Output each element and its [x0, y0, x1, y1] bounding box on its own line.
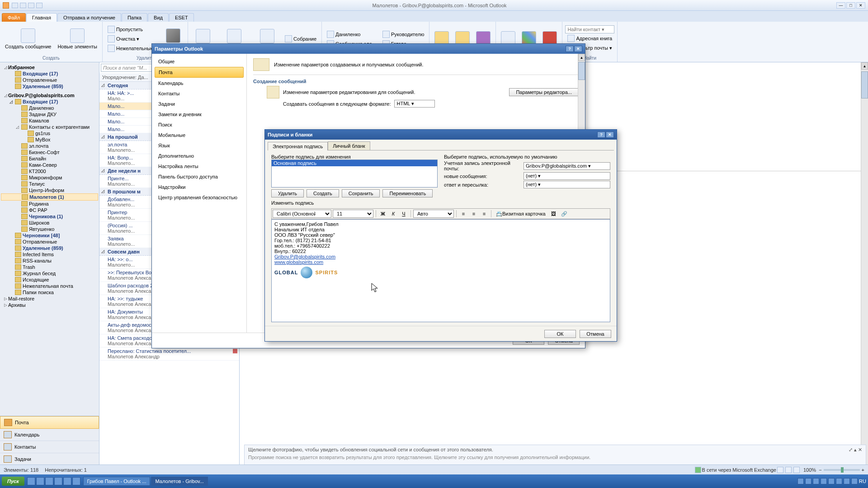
folder-item[interactable]: Входящие(17) [1, 99, 98, 105]
folder-item[interactable]: Явтушенко [1, 226, 98, 232]
options-category[interactable]: Надстройки [155, 182, 244, 192]
tab-stationery[interactable]: Личный бланк [328, 141, 370, 150]
nav-contacts[interactable]: Контакты [0, 441, 99, 453]
tab-view[interactable]: Вид [148, 13, 169, 22]
picture-button[interactable]: 🖼 [549, 210, 558, 218]
account-header[interactable]: Gribov.P@globalspirits.com [1, 92, 98, 99]
maximize-button[interactable]: □ [846, 2, 855, 9]
tray-icon[interactable] [828, 478, 835, 484]
options-category[interactable]: Задачи [155, 99, 244, 109]
qat-btn[interactable] [12, 3, 18, 8]
folder-item[interactable]: MyBox [1, 136, 98, 143]
ql-icon[interactable] [36, 477, 44, 485]
folder-item[interactable]: Черновики[48] [1, 232, 98, 239]
tab-home[interactable]: Главная [26, 13, 57, 22]
folder-item[interactable]: Задачи ДКУ [1, 111, 98, 117]
options-category[interactable]: Поиск [155, 120, 244, 130]
qat-btn[interactable] [28, 3, 34, 8]
ql-icon[interactable] [63, 477, 71, 485]
qat-btn[interactable] [20, 3, 26, 8]
folder-item[interactable]: Бизнес-Софт [1, 149, 98, 155]
signature-editor[interactable]: С уважением,Грибов Павел Начальник ИТ от… [271, 219, 610, 322]
help-button[interactable]: ? [597, 131, 605, 138]
tab-folder[interactable]: Папка [122, 13, 147, 22]
tab-eset[interactable]: ESET [169, 13, 194, 22]
signatures-listbox[interactable]: Основная подпись [271, 160, 438, 188]
zoom-slider[interactable] [824, 469, 860, 471]
preview-scrollbar[interactable]: ▲ ▼ [861, 62, 868, 474]
folder-item[interactable]: Камалов [1, 117, 98, 124]
folder-item[interactable]: Удаленные(859) [1, 245, 98, 251]
tray-icon[interactable] [844, 478, 850, 484]
options-category[interactable]: Настройка ленты [155, 161, 244, 171]
folder-item[interactable]: Исходящие [1, 277, 98, 283]
dialog-titlebar[interactable]: Параметры Outlook ?✕ [152, 44, 585, 54]
folder-item[interactable]: КТ2000 [1, 168, 98, 174]
quickstep-item[interactable]: Руководителю [380, 30, 426, 39]
options-category[interactable]: Дополнительно [155, 151, 244, 161]
account-combo[interactable]: Gribov.P@globalspirits.com ▾ [524, 162, 610, 170]
ql-icon[interactable] [72, 477, 80, 485]
ok-button[interactable]: ОК [544, 330, 576, 338]
folder-item[interactable]: Микроинформ [1, 174, 98, 181]
save-sig-button[interactable]: Сохранить [342, 189, 380, 197]
tab-email-signature[interactable]: Электронная подпись [268, 142, 328, 150]
delete-sig-button[interactable]: Удалить [271, 189, 304, 197]
bold-button[interactable]: Ж [378, 210, 387, 218]
skip-button[interactable]: Пропустить [105, 25, 160, 34]
new-sig-button[interactable]: Создать [307, 189, 339, 197]
tab-send-receive[interactable]: Отправка и получение [57, 13, 121, 22]
rename-sig-button[interactable]: Переименовать [382, 189, 433, 197]
reply-combo[interactable]: (нет) ▾ [524, 181, 610, 188]
minimize-button[interactable]: — [836, 2, 845, 9]
nav-tasks[interactable]: Задачи [0, 453, 99, 465]
underline-button[interactable]: Ч [399, 210, 408, 218]
link-button[interactable]: 🔗 [560, 210, 569, 218]
mail-link[interactable]: Gribov.P@globalspirits.com [274, 254, 335, 259]
folder-item[interactable]: gs1rus [1, 130, 98, 136]
folder-item[interactable]: Ками-Север [1, 162, 98, 168]
close-button[interactable]: ✕ [856, 2, 865, 9]
view-reading-icon[interactable] [785, 467, 792, 473]
tray-icon[interactable] [797, 478, 804, 484]
message-format-combo[interactable]: HTML ▾ [394, 100, 435, 108]
options-category[interactable]: Календарь [155, 78, 244, 88]
close-button[interactable]: ✕ [606, 131, 614, 138]
taskbar-button[interactable]: Малолетов - Gribov... [151, 477, 208, 486]
tray-icon[interactable] [805, 478, 811, 484]
options-category[interactable]: Панель быстрого доступа [155, 172, 244, 182]
align-right-button[interactable]: ≡ [480, 210, 489, 218]
folder-item[interactable]: Телиус [1, 181, 98, 187]
folder-item[interactable]: Даниленко [1, 105, 98, 111]
tray-icon[interactable] [836, 478, 842, 484]
options-category[interactable]: Заметки и дневник [155, 109, 244, 119]
editor-params-button[interactable]: Параметры редактора... [509, 88, 579, 96]
folder-item[interactable]: Широков [1, 220, 98, 226]
folder-item[interactable]: Отправленные [1, 77, 98, 83]
options-category[interactable]: Общие [155, 56, 244, 66]
zoom-out-icon[interactable]: − [819, 467, 821, 473]
social-controls[interactable]: ⤢ ▴ ✕ [849, 447, 862, 453]
dialog-titlebar[interactable]: Подписи и бланки ?✕ [265, 130, 617, 140]
tab-file[interactable]: Файл [2, 13, 26, 22]
folder-item[interactable]: Нежелательная почта [1, 283, 98, 289]
new-items-button[interactable]: Новые элементы [55, 27, 99, 51]
options-category[interactable]: Почта [155, 67, 244, 78]
options-category[interactable]: Язык [155, 141, 244, 150]
cleanup-button[interactable]: Очистка ▾ [105, 34, 160, 43]
new-msg-combo[interactable]: (нет) ▾ [524, 172, 610, 180]
mail-restore-node[interactable]: Mail-restore [1, 296, 98, 302]
quickstep-item[interactable]: Даниленко [325, 30, 378, 39]
help-button[interactable]: ? [566, 46, 574, 52]
italic-button[interactable]: К [389, 210, 398, 218]
options-category[interactable]: Мобильные [155, 130, 244, 140]
folder-item[interactable]: Контакты с контрагентами [1, 124, 98, 130]
align-center-button[interactable]: ≡ [469, 210, 478, 218]
nav-calendar[interactable]: Календарь [0, 429, 99, 441]
folder-item[interactable]: Папки поиска [1, 289, 98, 296]
tray-icon[interactable] [821, 478, 827, 484]
signature-item[interactable]: Основная подпись [272, 160, 437, 166]
folder-item[interactable]: Черникова(1) [1, 213, 98, 220]
quick-access-toolbar[interactable] [12, 3, 42, 8]
folder-tree[interactable]: Избранное Входящие(17)ОтправленныеУдален… [0, 62, 99, 416]
